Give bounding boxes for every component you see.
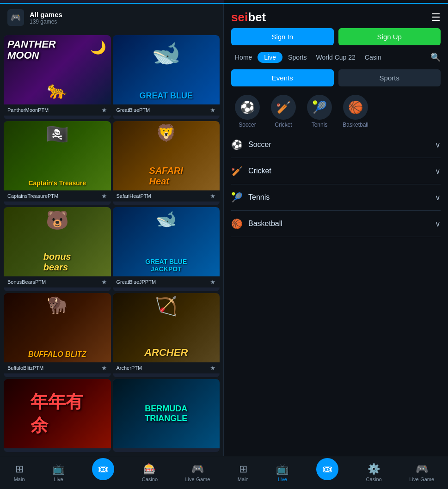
- favorite-star-icon[interactable]: ★: [101, 278, 107, 286]
- game-name-label: PantherMoonPTM: [7, 107, 49, 113]
- soccer-row-icon: ⚽: [231, 139, 243, 150]
- treasure-decoration: 🏴‍☠️: [46, 123, 69, 145]
- cricket-icon: 🏏: [271, 95, 296, 120]
- game-thumbnail: 🐻 bonusbears: [4, 207, 111, 276]
- nav-tab-sports[interactable]: Sports: [284, 52, 310, 63]
- nav-right-main[interactable]: ⊞ Main: [238, 463, 249, 482]
- game-name-label: BuffaloBlitzPTM: [7, 365, 43, 371]
- nav-right-livegame[interactable]: 🎮 Live-Game: [409, 463, 434, 482]
- nav-left-center[interactable]: 🎟: [92, 465, 114, 480]
- game-item[interactable]: 🦬 BUFFALO BLITZ BuffaloBlitzPTM ★: [4, 293, 111, 377]
- casino-label: Casino: [142, 477, 158, 482]
- game-item[interactable]: 🐋 GREAT BLUEJACKPOT GreatBlueJPPTM ★: [113, 207, 220, 291]
- sport-icon-tennis[interactable]: 🎾 Tennis: [303, 95, 336, 128]
- right-header: seibet ☰: [224, 4, 448, 28]
- favorite-star-icon[interactable]: ★: [210, 364, 216, 372]
- game-item[interactable]: 🏹 ARCHER ArcherPTM ★: [113, 293, 220, 377]
- sport-icon-soccer[interactable]: ⚽ Soccer: [231, 95, 264, 128]
- casino-icon: 🎰: [143, 463, 156, 475]
- game-label-row: PantherMoonPTM ★: [4, 104, 111, 116]
- games-grid: PANTHERMOON 🌙 🐆 PantherMoonPTM ★ 🐋 GREAT…: [0, 31, 223, 456]
- auth-buttons: Sign In Sign Up: [224, 28, 448, 50]
- all-games-subtitle: 139 games: [30, 18, 62, 25]
- game-title-overlay: BERMUDATRIANGLE: [145, 404, 187, 423]
- game-item[interactable]: 🐻 bonusbears BonusBearsPTM ★: [4, 207, 111, 291]
- main-icon: ⊞: [239, 463, 247, 475]
- sport-row-soccer[interactable]: ⚽ Soccer ∨: [231, 132, 441, 158]
- game-thumbnail: 🐋 GREAT BLUEJACKPOT: [113, 207, 220, 276]
- game-name-label: ArcherPTM: [117, 365, 142, 371]
- game-item[interactable]: 年年有余: [4, 379, 111, 452]
- center-ticket-icon: 🎟: [316, 458, 338, 480]
- bottom-nav-left: ⊞ Main 📺 Live 🎟 🎰 Casino 🎮 Live-Game: [0, 456, 224, 489]
- game-item[interactable]: PANTHERMOON 🌙 🐆 PantherMoonPTM ★: [4, 35, 111, 119]
- favorite-star-icon[interactable]: ★: [101, 106, 107, 114]
- favorite-star-icon[interactable]: ★: [210, 192, 216, 200]
- search-icon[interactable]: 🔍: [430, 52, 441, 62]
- moon-decoration: 🌙: [90, 40, 106, 55]
- signin-button[interactable]: Sign In: [231, 28, 334, 45]
- game-title-overlay: Captain's Treasure: [28, 179, 86, 187]
- nav-left-live[interactable]: 📺 Live: [52, 463, 65, 482]
- sport-icon-basketball[interactable]: 🏀 Basketball: [339, 95, 372, 128]
- tennis-row-label: Tennis: [248, 193, 435, 202]
- favorite-star-icon[interactable]: ★: [210, 106, 216, 114]
- nav-tab-home[interactable]: Home: [231, 52, 256, 63]
- live-label: Live: [278, 477, 287, 482]
- chevron-down-icon: ∨: [435, 167, 441, 176]
- nav-left-main[interactable]: ⊞ Main: [14, 463, 25, 482]
- live-icon: 📺: [52, 463, 65, 475]
- soccer-label: Soccer: [239, 122, 256, 128]
- nav-tab-worldcup[interactable]: World Cup 22: [313, 52, 359, 63]
- signup-button[interactable]: Sign Up: [338, 28, 441, 45]
- sports-tab-button[interactable]: Sports: [338, 69, 441, 86]
- favorite-star-icon[interactable]: ★: [101, 364, 107, 372]
- game-item[interactable]: 🦁 SAFARIHeat SafariHeatPTM ★: [113, 121, 220, 205]
- nav-left-casino[interactable]: 🎰 Casino: [142, 463, 158, 482]
- favorite-star-icon[interactable]: ★: [210, 278, 216, 286]
- nav-right-center[interactable]: 🎟: [316, 465, 338, 480]
- soccer-icon: ⚽: [235, 95, 260, 120]
- sport-icon-cricket[interactable]: 🏏 Cricket: [267, 95, 300, 128]
- logo-bet: bet: [248, 10, 266, 24]
- game-item[interactable]: 🏴‍☠️ Captain's Treasure CaptainsTreasure…: [4, 121, 111, 205]
- game-name-label: GreatBlueJPPTM: [117, 279, 156, 285]
- basketball-row-label: Basketball: [248, 220, 435, 228]
- logo: seibet: [231, 10, 266, 24]
- nav-left-livegame[interactable]: 🎮 Live-Game: [185, 463, 210, 482]
- main-icon: ⊞: [15, 463, 24, 475]
- cricket-row-label: Cricket: [248, 167, 435, 175]
- game-label-row: GreatBlueJPPTM ★: [113, 276, 220, 287]
- tennis-icon: 🎾: [307, 95, 332, 120]
- cricket-label: Cricket: [275, 122, 292, 128]
- game-item[interactable]: 🐋 GREAT BLUE GreatBluePTM ★: [113, 35, 220, 119]
- nav-right-live[interactable]: 📺 Live: [276, 463, 288, 482]
- soccer-row-label: Soccer: [248, 141, 435, 149]
- nav-right-casino[interactable]: ⚙️ Casino: [366, 463, 381, 482]
- main-layout: 🎮 All games 139 games PANTHERMOON 🌙 🐆 Pa…: [0, 4, 448, 456]
- nav-tab-live[interactable]: Live: [258, 52, 282, 63]
- game-title-overlay: BUFFALO BLITZ: [28, 350, 86, 359]
- sport-row-cricket[interactable]: 🏏 Cricket ∨: [231, 158, 441, 184]
- logo-sei: sei: [231, 10, 248, 24]
- favorite-star-icon[interactable]: ★: [101, 192, 107, 200]
- bottom-nav: ⊞ Main 📺 Live 🎟 🎰 Casino 🎮 Live-Game ⊞ M…: [0, 456, 448, 489]
- chevron-down-icon: ∨: [435, 193, 441, 202]
- left-header-text: All games 139 games: [30, 11, 62, 25]
- game-label-row: SafariHeatPTM ★: [113, 190, 220, 202]
- sports-icons-row: ⚽ Soccer 🏏 Cricket 🎾 Tennis 🏀 Basketball: [224, 91, 448, 132]
- game-title-overlay: GREAT BLUEJACKPOT: [145, 258, 187, 273]
- game-thumbnail: BERMUDATRIANGLE: [113, 379, 220, 448]
- sport-row-basketball[interactable]: 🏀 Basketball ∨: [231, 211, 441, 237]
- hamburger-icon[interactable]: ☰: [431, 12, 441, 24]
- game-title-overlay: SAFARIHeat: [149, 165, 183, 187]
- game-item[interactable]: BERMUDATRIANGLE: [113, 379, 220, 452]
- basketball-label: Basketball: [343, 122, 368, 128]
- archer-decoration: 🏹: [154, 295, 178, 317]
- livegame-label: Live-Game: [409, 477, 434, 482]
- events-tab-button[interactable]: Events: [231, 69, 334, 86]
- center-ticket-icon: 🎟: [92, 458, 114, 480]
- sport-row-tennis[interactable]: 🎾 Tennis ∨: [231, 184, 441, 211]
- whale-decoration: 🐋: [152, 40, 180, 67]
- nav-tab-casino[interactable]: Casin: [361, 52, 385, 63]
